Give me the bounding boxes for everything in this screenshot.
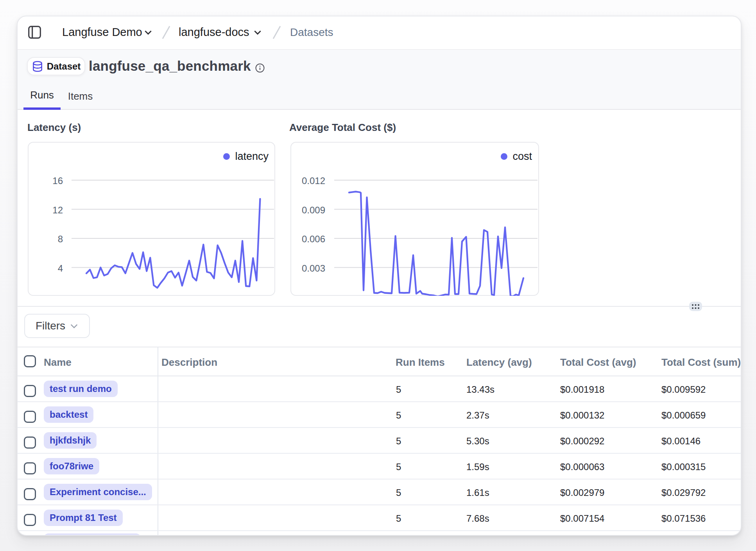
svg-text:0.012: 0.012	[302, 175, 325, 186]
svg-text:0.003: 0.003	[302, 263, 325, 274]
svg-text:0.009: 0.009	[302, 205, 325, 215]
svg-text:8: 8	[58, 234, 63, 244]
svg-text:0.006: 0.006	[302, 234, 325, 244]
svg-text:12: 12	[52, 205, 63, 215]
svg-text:4: 4	[58, 263, 63, 274]
svg-text:16: 16	[52, 175, 63, 186]
